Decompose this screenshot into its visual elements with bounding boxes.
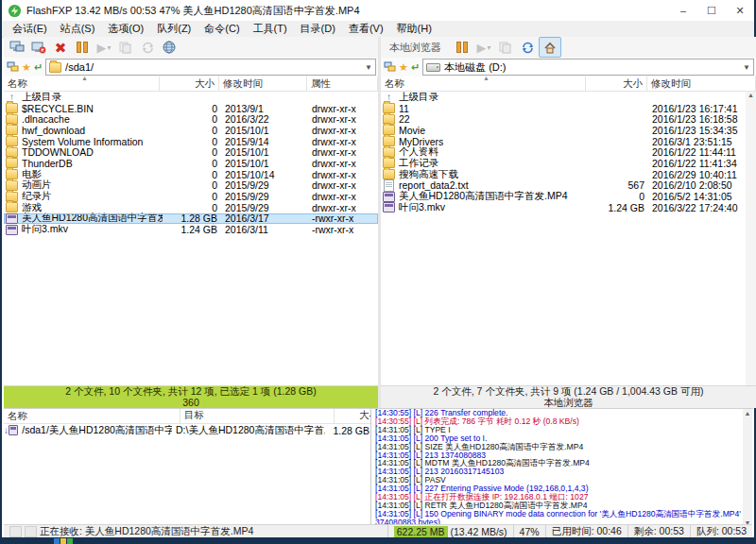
scroll-up-icon[interactable]: ▲ [747,92,754,385]
close-button[interactable]: ✕ [726,0,754,21]
file-row[interactable]: Movie2016/1/23 15:34:35 [381,125,756,136]
local-list-scrollbar[interactable]: ▲ [746,92,756,385]
media-icon [6,213,18,224]
home-button[interactable] [539,37,561,58]
disconnect-button[interactable] [28,38,49,57]
local-pane: 本地浏览器 ▶ ▾ [381,37,756,408]
file-size: 0 [163,191,221,202]
file-name: .dlnacache [18,113,163,125]
menu-item[interactable]: 站点(S) [54,21,102,37]
drive-icon [426,63,440,72]
file-row[interactable]: .dlnacache02016/3/22drwxr-xr-x [4,113,378,125]
file-row[interactable]: hwf_download02015/10/1drwxr-xr-x [4,125,378,136]
abort-button[interactable]: ✖ [50,38,71,57]
file-date: 2015/10/1 [221,146,308,158]
minimize-button[interactable]: – [669,0,697,21]
file-attr: drwxr-xr-x [308,179,378,191]
remote-path-bar: ★ ↵ /sda1/ ▼ [4,58,378,76]
menu-item[interactable]: 会话(E) [6,21,54,37]
file-date: 2015/9/29 [221,191,308,202]
go-arrow-icon[interactable]: ↵ [34,61,43,73]
go-arrow-icon[interactable]: ↵ [411,61,420,73]
log-line: [14:31:05] [L] 150 Opening BINARY mode d… [375,510,751,525]
media-icon [6,225,18,235]
remote-file-list: ↑上级目录$RECYCLE.BIN02013/9/1drwxr-xr-x.dln… [4,92,378,385]
lock-icon [9,526,22,537]
folder-switch-icon[interactable] [384,61,396,73]
file-row[interactable]: ↑上级目录 [4,92,378,103]
queue-column-header-2[interactable]: 目标 [180,409,335,423]
file-row[interactable]: 叶问3.mkv1.24 GB2016/3/11-rwxr-xr-x [4,224,378,235]
file-row[interactable]: ↑上级目录 [381,92,756,103]
file-row[interactable]: 112016/1/23 16:17:41 [381,103,756,114]
column-header-3[interactable]: 修改时间 [219,76,307,91]
start-transfer-button[interactable]: ▶ ▾ [94,38,114,57]
maximize-button[interactable]: ☐ [697,0,726,21]
favorites-star-icon[interactable]: ★ [22,61,31,73]
file-row[interactable]: 搜狗高速下载2016/2/29 10:40:11 [381,169,756,180]
chevron-down-icon[interactable]: ▼ [365,63,372,72]
menu-item[interactable]: 工具(T) [247,21,294,37]
column-header-3[interactable]: 修改时间 [647,76,756,91]
menu-item[interactable]: 队列(Z) [150,21,198,37]
pause-icon [77,42,88,53]
pause-button[interactable] [72,38,93,57]
local-pause-button[interactable] [452,38,472,57]
file-date: 2016/1/23 16:17:41 [648,103,756,114]
transfer-queue-icon [119,42,132,54]
column-header-4[interactable]: 属性 [307,76,378,91]
taskbar-app-icon[interactable] [54,538,73,544]
local-queue-button[interactable] [495,38,516,57]
local-start-button[interactable]: ▶ ▾ [473,38,494,57]
home-icon [543,42,557,54]
media-file-icon [9,425,18,435]
local-status-summary: 2 个文件, 7 个文件夹, 共计 9 项 (1.24 GB / 1,004.4… [381,386,756,398]
file-name: hwf_download [18,125,163,136]
column-header-1[interactable]: 名称▲ [381,76,586,91]
file-date: 2015/10/1 [221,158,308,169]
local-path-combobox[interactable]: 本地磁盘 (D:) ▼ [422,59,754,76]
file-name: $RECYCLE.BIN [18,103,163,114]
menu-item[interactable]: 目录(D) [294,21,342,37]
windows-taskbar[interactable] [2,537,754,544]
favorites-star-icon[interactable]: ★ [399,61,408,73]
queue-item-row[interactable]: ↓/sda1/美人鱼HD1280高清国语中字首发.MP4D:\美人鱼HD1280… [4,424,370,436]
scroll-up-icon[interactable]: ▲ [745,410,751,416]
elapsed-time: 已用时间: 00:46 [552,525,622,538]
file-date: 2015/10/14 [221,169,308,180]
folder-switch-icon[interactable] [7,61,19,73]
media-icon [383,202,395,212]
remote-list-header: 名称▲大小修改时间属性 [4,76,378,92]
column-header-1[interactable]: 名称▲ [4,76,160,91]
column-header-2[interactable]: 大小 [160,76,219,91]
file-row[interactable]: System Volume Information02015/9/14drwxr… [4,136,378,147]
file-row[interactable]: TDDOWNLOAD02015/10/1drwxr-xr-x [4,146,378,158]
site-manager-button[interactable] [159,38,180,57]
chevron-down-icon[interactable]: ▼ [743,63,750,72]
media-icon [383,192,395,202]
queue-transfer-button[interactable] [115,38,136,57]
file-row[interactable]: 叶问3.mkv1.24 GB2016/3/22 17:24:40 [381,202,756,213]
queue-item-size: 1.28 GB [325,425,372,436]
window-title: FlashFXP 13.42 MB/s 00:53 47% 美人鱼HD1280高… [26,4,360,18]
file-name: TDDOWNLOAD [18,146,163,158]
remote-path-combobox[interactable]: /sda1/ ▼ [45,59,376,76]
log-scrollbar[interactable]: ▲ ▼ [743,408,752,527]
file-name: 叶问3.mkv [395,201,588,214]
refresh-remote-button[interactable] [137,38,158,57]
menu-item[interactable]: 命令(C) [198,21,246,37]
file-row[interactable]: $RECYCLE.BIN02013/9/1drwxr-xr-x [4,103,378,114]
file-row[interactable]: 222016/1/23 16:18:58 [381,113,756,125]
column-header-2[interactable]: 大小 [586,76,647,91]
file-size: 0 [163,179,221,191]
refresh-local-button[interactable] [517,38,538,57]
menu-item[interactable]: 帮助(H) [390,21,438,37]
menu-item[interactable]: 查看(V) [342,21,390,37]
file-attr: drwxr-xr-x [308,136,378,147]
queue-column-header-1[interactable]: 名称 [4,409,180,423]
folder-icon [6,202,18,212]
menu-item[interactable]: 选项(O) [101,21,150,37]
queue-item-source: /sda1/美人鱼HD1280高清国语中字首发.MP4 [18,424,172,437]
connect-button[interactable] [7,38,27,57]
remaining-time: 剩余: 00:53 [634,525,684,538]
